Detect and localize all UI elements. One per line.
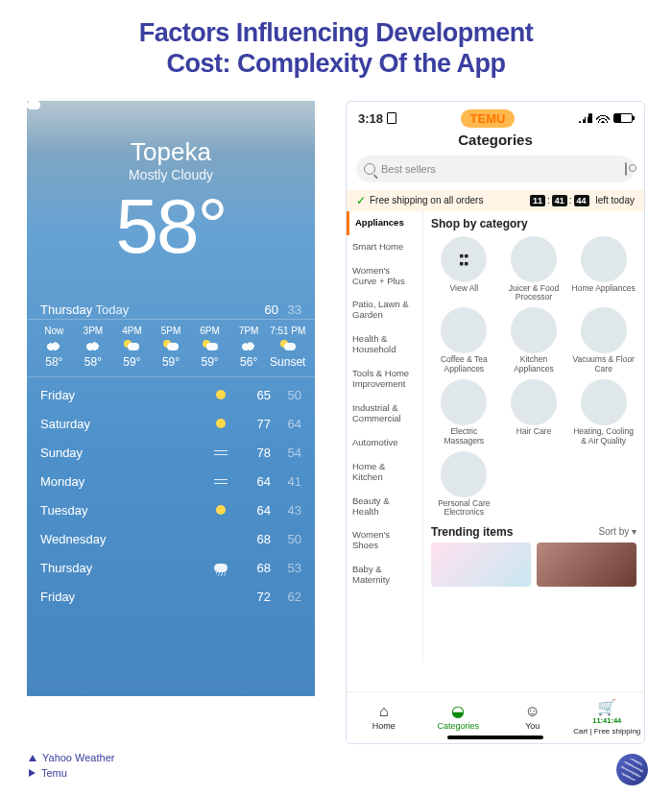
category-thumb xyxy=(511,307,557,353)
hour-temp: 59° xyxy=(112,355,152,369)
category-label: Kitchen Appliances xyxy=(501,355,567,374)
timer-hours: 11 xyxy=(530,195,545,206)
shipping-banner[interactable]: ✓ Free shipping on all orders 11: 41: 44… xyxy=(347,190,644,211)
sidebar-item[interactable]: Baby & Maternity xyxy=(347,558,422,592)
category-card[interactable]: Hair Care xyxy=(501,379,567,446)
sidebar-item[interactable]: Health & Household xyxy=(347,327,422,362)
hour-cell: Now58° xyxy=(35,326,74,369)
category-label: Hair Care xyxy=(501,427,567,436)
daily-forecast[interactable]: Friday6550Saturday7764Sunday7854Monday64… xyxy=(27,377,315,612)
check-icon: ✓ xyxy=(356,194,366,207)
daily-low: 62 xyxy=(271,590,301,604)
category-grid: ▪▪▪▪View AllJuicer & Food ProcessorHome … xyxy=(431,236,636,518)
trending-item-1[interactable] xyxy=(431,543,531,587)
daily-high: 64 xyxy=(240,474,271,489)
hour-cell: 3PM58° xyxy=(74,326,113,369)
daily-high: 65 xyxy=(240,388,271,402)
tab-cart[interactable]: 🛒 11:41:44 Cart | Free shipping xyxy=(570,692,645,743)
home-indicator[interactable] xyxy=(447,736,543,739)
sidebar-item[interactable]: Women's Shoes xyxy=(347,523,422,558)
cart-timer: 11:41:44 xyxy=(592,717,621,725)
search-input[interactable]: Best sellers xyxy=(356,156,635,182)
category-card[interactable]: Kitchen Appliances xyxy=(501,307,567,374)
hour-label: Now xyxy=(35,326,74,336)
daily-row: Monday6441 xyxy=(40,468,301,496)
sidebar-item[interactable]: Beauty & Health xyxy=(347,490,422,524)
category-card[interactable]: Heating, Cooling & Air Quality xyxy=(570,379,636,446)
hour-label: 5PM xyxy=(152,326,191,336)
daily-low: 54 xyxy=(271,446,301,460)
category-card[interactable]: Home Appliances xyxy=(570,236,636,302)
category-sidebar[interactable]: AppliancesSmart HomeWomen's Curve + Plus… xyxy=(347,211,423,663)
category-thumb xyxy=(511,236,557,282)
title-line-1: Factors Influencing Development xyxy=(0,17,672,48)
caption-b: Temu xyxy=(41,767,67,779)
daily-high: 68 xyxy=(240,561,271,575)
tab-home[interactable]: ⌂Home xyxy=(347,692,421,743)
brand-circle-icon xyxy=(616,754,648,785)
weather-icon xyxy=(85,340,101,351)
page-title: Factors Influencing Development Cost: Co… xyxy=(0,0,672,80)
shop-by-category-heading: Shop by category xyxy=(431,217,636,230)
category-thumb xyxy=(581,379,627,425)
category-label: View All xyxy=(431,284,497,293)
hour-temp: Sunset xyxy=(268,355,307,369)
hour-temp: 59° xyxy=(190,355,229,369)
daily-icon xyxy=(202,561,240,575)
daily-low: 50 xyxy=(271,532,301,546)
category-card[interactable]: Electric Massagers xyxy=(431,379,497,446)
trending-item-2[interactable] xyxy=(537,543,636,587)
daily-day: Monday xyxy=(40,474,202,489)
temu-app-screenshot: 3:18 TEMU Categories Best sellers ✓ Free… xyxy=(346,101,645,744)
sidebar-item[interactable]: Women's Curve + Plus xyxy=(347,259,422,294)
category-label: Juicer & Food Processor xyxy=(501,284,567,302)
sky-background xyxy=(27,101,315,158)
timer-seconds: 44 xyxy=(574,195,589,206)
hour-temp: 58° xyxy=(35,355,74,369)
status-time: 3:18 xyxy=(358,111,383,126)
hour-temp: 58° xyxy=(74,355,113,369)
daily-high: 72 xyxy=(240,590,271,604)
today-row: Thursday Today 60 33 xyxy=(27,292,315,319)
category-thumb xyxy=(581,236,627,282)
trending-tiles[interactable] xyxy=(431,543,636,587)
category-thumb xyxy=(441,307,487,353)
category-card[interactable]: Juicer & Food Processor xyxy=(501,236,567,302)
category-card[interactable]: Personal Care Electronics xyxy=(431,451,497,518)
category-card[interactable]: Vacuums & Floor Care xyxy=(570,307,636,374)
caption-a: Yahoo Weather xyxy=(42,752,114,763)
hour-cell: 5PM59° xyxy=(152,326,191,369)
daily-low: 41 xyxy=(271,474,301,489)
daily-icon xyxy=(202,417,240,431)
sidebar-item[interactable]: Appliances xyxy=(347,211,422,235)
hourly-forecast[interactable]: Now58°3PM58°4PM59°5PM59°6PM59°7PM56°7:51… xyxy=(27,319,315,377)
triangle-right-icon xyxy=(29,769,36,777)
category-card[interactable]: ▪▪▪▪View All xyxy=(431,236,497,302)
sort-by-button[interactable]: Sort by ▾ xyxy=(599,526,636,537)
category-label: Electric Massagers xyxy=(431,427,497,446)
calendar-icon xyxy=(387,112,396,124)
weather-icon xyxy=(163,340,179,351)
daily-day: Sunday xyxy=(40,446,202,460)
daily-row: Saturday7764 xyxy=(40,410,301,439)
daily-day: Wednesday xyxy=(40,532,202,546)
cart-icon: 🛒 xyxy=(597,700,616,715)
daily-high: 78 xyxy=(240,446,271,460)
daily-row: Wednesday6850 xyxy=(40,525,301,554)
category-card[interactable]: Coffee & Tea Appliances xyxy=(431,307,497,374)
category-label: Coffee & Tea Appliances xyxy=(431,355,497,374)
sidebar-item[interactable]: Patio, Lawn & Garden xyxy=(347,293,422,327)
daily-day: Saturday xyxy=(40,417,202,431)
category-label: Heating, Cooling & Air Quality xyxy=(570,427,636,446)
daily-day: Friday xyxy=(40,388,202,402)
daily-day: Tuesday xyxy=(40,503,202,518)
sidebar-item[interactable]: Industrial & Commercial xyxy=(347,397,422,431)
sidebar-item[interactable]: Home & Kitchen xyxy=(347,455,422,490)
sidebar-item[interactable]: Tools & Home Improvement xyxy=(347,362,422,397)
sidebar-item[interactable]: Smart Home xyxy=(347,235,422,259)
triangle-up-icon xyxy=(29,755,36,761)
hour-cell: 7:51 PMSunset xyxy=(268,326,307,369)
camera-icon[interactable] xyxy=(625,162,627,176)
sidebar-item[interactable]: Automotive xyxy=(347,431,422,455)
daily-low: 43 xyxy=(271,503,301,518)
